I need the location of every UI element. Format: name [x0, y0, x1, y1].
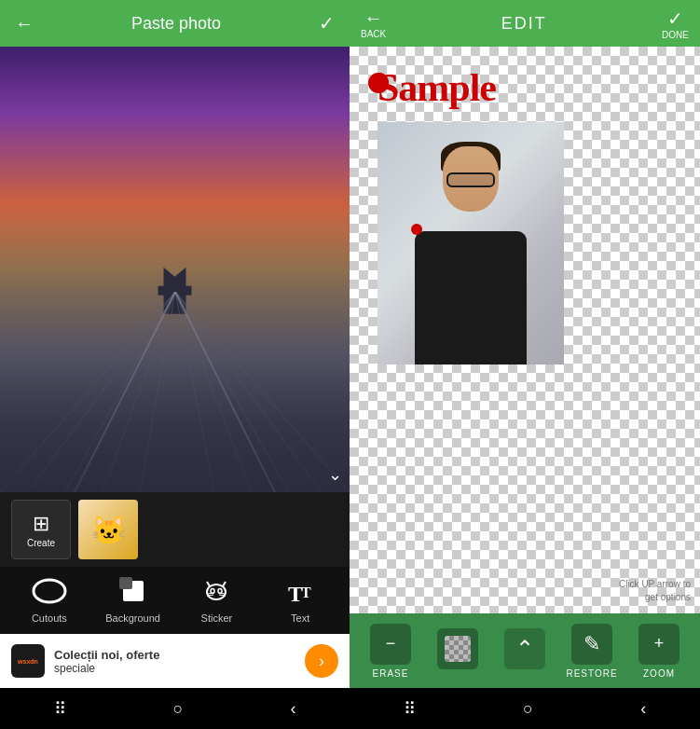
left-back-button[interactable]: ← [15, 13, 34, 34]
background-label: Background [105, 612, 160, 624]
edit-canvas[interactable]: Sample [350, 47, 700, 613]
canvas-hint: Click UP arrow toget options [619, 578, 691, 604]
ad-logo: wsxdn [11, 644, 45, 678]
done-label: DONE [662, 30, 689, 40]
text-icon: T T [284, 577, 316, 609]
right-nav-menu[interactable]: ⠿ [404, 698, 416, 719]
sample-text-container[interactable]: Sample [377, 65, 496, 117]
sample-text[interactable]: Sample [377, 65, 496, 110]
erase-icon-wrap: − [370, 624, 411, 665]
left-nav-bar: ⠿ ○ ‹ [0, 688, 350, 729]
ad-banner[interactable]: wsxdn Colecții noi, oferte speciale › [0, 634, 350, 688]
svg-rect-18 [119, 577, 132, 589]
restore-label: RESTORE [566, 668, 617, 679]
right-done-button[interactable]: ✓ DONE [662, 7, 689, 40]
restore-tool[interactable]: ✎ RESTORE [558, 624, 625, 679]
checker-icon-wrap [437, 628, 478, 669]
erase-minus-icon: − [386, 634, 396, 653]
ad-text: Colecții noi, oferte speciale [45, 648, 305, 675]
plus-icon: ⊞ [33, 512, 49, 536]
text-label: Text [291, 612, 309, 624]
checker-swatch [445, 636, 471, 662]
left-nav-back[interactable]: ‹ [290, 699, 295, 719]
ad-main-text: Colecții noi, oferte [54, 648, 295, 662]
scroll-indicator: ⌄ [328, 464, 342, 485]
person-shirt [415, 231, 527, 364]
zoom-label: ZOOM [643, 668, 675, 679]
background-icon [117, 577, 149, 609]
erase-tool[interactable]: − ERASE [357, 624, 424, 679]
cutouts-tool[interactable]: Cutouts [7, 577, 91, 624]
person-head [443, 146, 499, 212]
restore-icon-wrap: ✎ [571, 624, 612, 665]
cutouts-label: Cutouts [32, 612, 67, 624]
erase-label: ERASE [373, 668, 409, 679]
create-label: Create [27, 538, 55, 548]
right-title: EDIT [501, 14, 547, 34]
sticker-icon [199, 577, 234, 609]
right-nav-bar: ⠿ ○ ‹ [350, 688, 700, 729]
thumbnail-strip: ⊞ Create 🐱 [0, 492, 350, 567]
ad-sub-text: speciale [54, 662, 295, 675]
back-label: BACK [361, 29, 386, 39]
up-arrow-tool[interactable]: ⌃ [491, 628, 558, 673]
zoom-tool[interactable]: + ZOOM [625, 624, 693, 679]
svg-point-19 [207, 585, 226, 599]
bottom-tools: − ERASE ⌃ ✎ RESTORE + [350, 613, 700, 688]
right-header: ← BACK EDIT ✓ DONE [350, 0, 700, 47]
cutouts-icon [32, 577, 67, 609]
right-nav-home[interactable]: ○ [523, 699, 533, 719]
person-silhouette [377, 122, 564, 364]
right-nav-back[interactable]: ‹ [640, 699, 646, 719]
zoom-plus-icon: + [654, 634, 665, 653]
left-panel: ← Paste photo ✓ [0, 0, 350, 729]
sticker-label: Sticker [201, 612, 233, 624]
ad-arrow-button[interactable]: › [305, 644, 338, 678]
cat-image: 🐱 [78, 500, 138, 559]
edit-content: Sample [377, 65, 691, 364]
right-panel: ← BACK EDIT ✓ DONE Sample [350, 0, 700, 729]
left-toolbar: Cutouts Background [0, 567, 350, 634]
svg-line-21 [223, 582, 226, 586]
photo-frame[interactable] [377, 122, 564, 364]
background-tool[interactable]: Background [91, 577, 175, 624]
left-header: ← Paste photo ✓ [0, 0, 350, 47]
left-nav-menu[interactable]: ⠿ [54, 698, 66, 719]
restore-icon: ✎ [583, 632, 600, 656]
back-arrow-icon: ← [364, 7, 383, 29]
left-nav-home[interactable]: ○ [173, 699, 184, 719]
up-arrow-button[interactable]: ⌃ [504, 628, 545, 669]
svg-line-20 [207, 582, 210, 586]
done-check-icon: ✓ [667, 7, 683, 30]
sticker-tool[interactable]: Sticker [175, 577, 259, 624]
cat-thumbnail[interactable]: 🐱 [78, 500, 138, 559]
up-arrow-icon: ⌃ [515, 636, 534, 662]
create-button[interactable]: ⊞ Create [11, 500, 71, 559]
svg-point-16 [34, 580, 65, 602]
svg-text:T: T [301, 585, 311, 600]
left-title: Paste photo [131, 14, 221, 34]
glasses [446, 172, 495, 187]
bridge-scene [0, 47, 350, 492]
left-image-area: ⌄ [0, 47, 350, 492]
bridge-overlay [0, 225, 350, 492]
checker-swatch-tool[interactable] [424, 628, 491, 673]
right-back-button[interactable]: ← BACK [361, 7, 386, 39]
left-confirm-button[interactable]: ✓ [319, 12, 335, 34]
zoom-icon-wrap: + [638, 624, 679, 665]
text-tool[interactable]: T T Text [258, 577, 342, 624]
